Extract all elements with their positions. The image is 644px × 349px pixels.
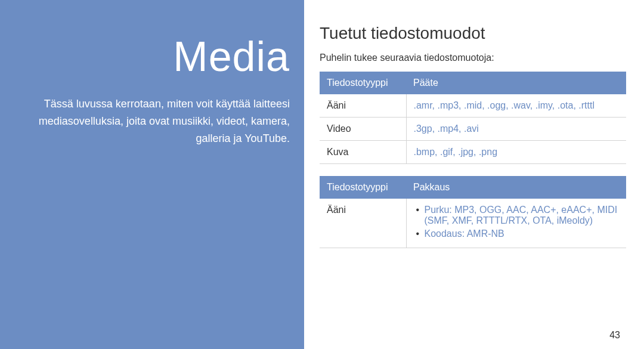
cell-type: Ääni [320, 94, 406, 118]
sidebar-description: Tässä luvussa kerrotaan, miten voit käyt… [14, 95, 290, 147]
list-item: Koodaus: AMR-NB [414, 228, 620, 239]
file-extension-table: Tiedostotyyppi Pääte Ääni .amr, .mp3, .m… [320, 72, 626, 164]
cell-ext: .amr, .mp3, .mid, .ogg, .wav, .imy, .ota… [406, 94, 626, 118]
sidebar: Media Tässä luvussa kerrotaan, miten voi… [0, 0, 304, 349]
table-row: Kuva .bmp, .gif, .jpg, .png [320, 141, 626, 164]
codec-list: Purku: MP3, OGG, AAC, AAC+, eAAC+, MIDI … [414, 205, 620, 239]
table-row: Video .3gp, .mp4, .avi [320, 118, 626, 141]
cell-type: Ääni [320, 199, 406, 248]
cell-codec: Purku: MP3, OGG, AAC, AAC+, eAAC+, MIDI … [406, 199, 626, 248]
table1-header-type: Tiedostotyyppi [320, 72, 406, 94]
table2-header-codec: Pakkaus [406, 176, 626, 199]
cell-type: Kuva [320, 141, 406, 164]
table-row: Ääni Purku: MP3, OGG, AAC, AAC+, eAAC+, … [320, 199, 626, 248]
codec-table: Tiedostotyyppi Pakkaus Ääni Purku: MP3, … [320, 176, 626, 248]
table-row: Ääni .amr, .mp3, .mid, .ogg, .wav, .imy,… [320, 94, 626, 118]
page: Media Tässä luvussa kerrotaan, miten voi… [0, 0, 644, 349]
main-heading: Tuetut tiedostomuodot [320, 24, 626, 43]
main-content: Tuetut tiedostomuodot Puhelin tukee seur… [304, 0, 644, 349]
table2-header-type: Tiedostotyyppi [320, 176, 406, 199]
page-number: 43 [609, 330, 620, 341]
sidebar-title: Media [14, 36, 290, 78]
main-intro: Puhelin tukee seuraavia tiedostomuotoja: [320, 52, 626, 63]
cell-ext: .bmp, .gif, .jpg, .png [406, 141, 626, 164]
cell-ext: .3gp, .mp4, .avi [406, 118, 626, 141]
list-item: Purku: MP3, OGG, AAC, AAC+, eAAC+, MIDI … [414, 205, 620, 226]
table1-header-ext: Pääte [406, 72, 626, 94]
cell-type: Video [320, 118, 406, 141]
